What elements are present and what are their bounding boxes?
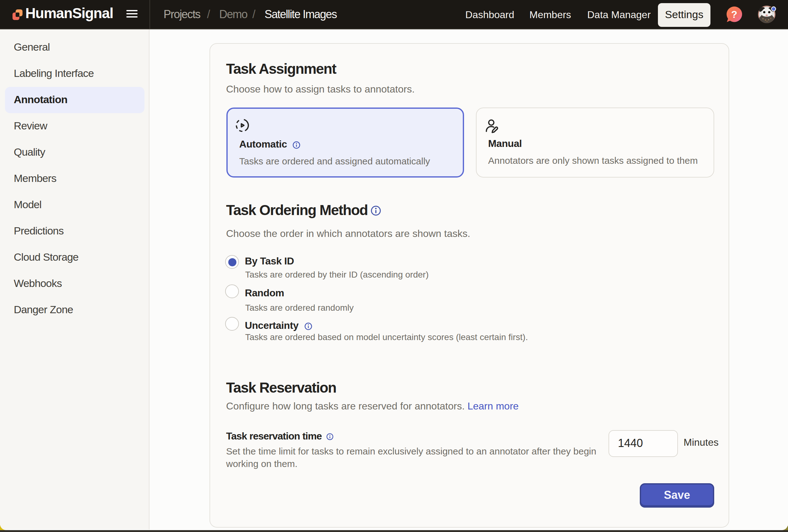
- svg-text:?: ?: [731, 9, 737, 20]
